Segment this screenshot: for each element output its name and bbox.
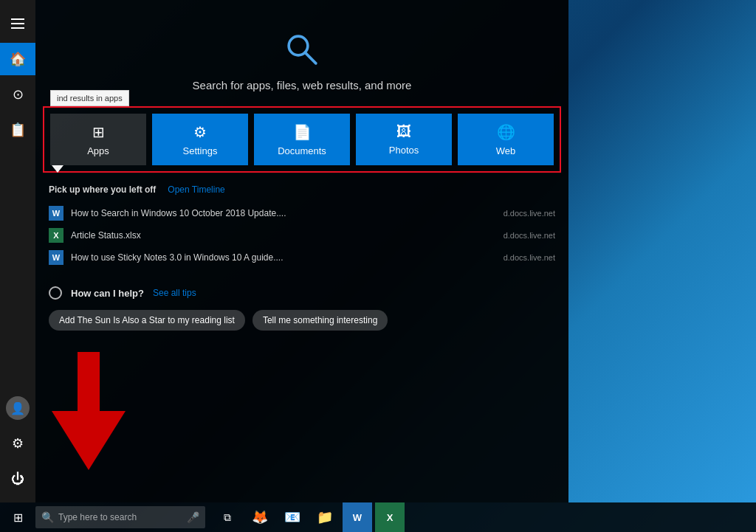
documents-icon: 📄 [293,123,312,141]
arrow-annotation [44,352,133,473]
recent-header: Pick up where you left off Open Timeline [49,184,555,195]
files-icon[interactable]: 📁 [310,502,340,532]
chip-reading-list[interactable]: Add The Sun Is Also a Star to my reading… [49,310,245,331]
excel-icon-1: X [49,228,63,243]
recent-title: Pick up where you left off [49,184,156,195]
cortana-header: How can I help? See all tips [49,286,555,300]
filter-web-button[interactable]: 🌐 Web [458,114,554,165]
taskbar: ⊞ 🔍 Type here to search 🎤 ⧉ 🦊 📧 📁 W X [0,502,756,532]
taskbar-search-box[interactable]: 🔍 Type here to search 🎤 [35,506,205,528]
cortana-icon [49,286,62,300]
file-name-1: Article Status.xlsx [71,230,496,241]
web-label: Web [496,145,516,156]
firefox-icon[interactable]: 🦊 [245,502,275,532]
tooltip-arrow [52,165,63,173]
sidebar-power[interactable]: ⏻ [0,463,35,495]
svg-line-1 [305,52,316,63]
sidebar-avatar[interactable]: 👤 [0,392,35,424]
cortana-section: How can I help? See all tips Add The Sun… [35,274,568,336]
see-all-tips-link[interactable]: See all tips [153,288,196,298]
search-subtitle: Search for apps, files, web results, and… [193,79,412,91]
photos-label: Photos [389,145,419,156]
sidebar-settings[interactable]: ⚙ [0,427,35,460]
filter-settings-button[interactable]: ⚙ Settings [152,114,248,165]
recent-item-2[interactable]: W How to use Sticky Notes 3.0 in Windows… [49,246,555,269]
chip-interesting[interactable]: Tell me something interesting [252,310,388,331]
filter-apps-button[interactable]: ind results in apps ⊞ Apps [50,114,146,165]
start-button[interactable]: ⊞ [0,502,35,532]
svg-marker-2 [52,352,126,470]
sidebar-search[interactable]: ⊙ [0,78,35,111]
excel-taskbar-icon[interactable]: X [375,502,405,532]
open-timeline-link[interactable]: Open Timeline [168,184,224,195]
word-taskbar-icon[interactable]: W [343,502,372,532]
documents-label: Documents [278,145,326,156]
web-icon: 🌐 [497,123,515,141]
filter-documents-button[interactable]: 📄 Documents [254,114,350,165]
start-sidebar: 🏠 ⊙ 📋 👤 ⚙ ⏻ [0,0,35,502]
outlook-icon[interactable]: 📧 [278,502,307,532]
search-big-icon [282,30,323,70]
task-view-button[interactable]: ⧉ [213,502,242,532]
settings-icon: ⚙ [193,123,207,141]
file-location-2: d.docs.live.net [504,253,555,262]
filter-photos-button[interactable]: 🖼 Photos [356,114,452,165]
file-name-0: How to Search in Windows 10 October 2018… [71,208,496,218]
apps-tooltip: ind results in apps [50,90,129,106]
file-name-2: How to use Sticky Notes 3.0 in Windows 1… [71,252,496,263]
file-location-0: d.docs.live.net [504,209,555,218]
hamburger-menu[interactable] [0,7,35,40]
settings-label: Settings [183,145,218,156]
file-location-1: d.docs.live.net [504,231,555,240]
recent-section: Pick up where you left off Open Timeline… [35,173,568,274]
cortana-chips: Add The Sun Is Also a Star to my reading… [49,310,555,331]
sidebar-documents[interactable]: 📋 [0,114,35,146]
word-icon-2: W [49,250,63,265]
photos-icon: 🖼 [396,123,411,140]
taskbar-icons: ⧉ 🦊 📧 📁 W X [213,502,405,532]
filter-area: ind results in apps ⊞ Apps ⚙ Settings 📄 … [43,106,561,173]
cortana-title: How can I help? [71,288,144,299]
taskbar-search-placeholder[interactable]: Type here to search [58,512,137,522]
apps-icon: ⊞ [92,123,105,141]
recent-item-1[interactable]: X Article Status.xlsx d.docs.live.net [49,224,555,246]
sidebar-home[interactable]: 🏠 [0,43,35,75]
recent-item-0[interactable]: W How to Search in Windows 10 October 20… [49,202,555,224]
apps-label: Apps [87,145,109,156]
taskbar-search-icon: 🔍 [41,511,54,523]
microphone-icon[interactable]: 🎤 [187,511,199,523]
word-icon-0: W [49,206,63,221]
